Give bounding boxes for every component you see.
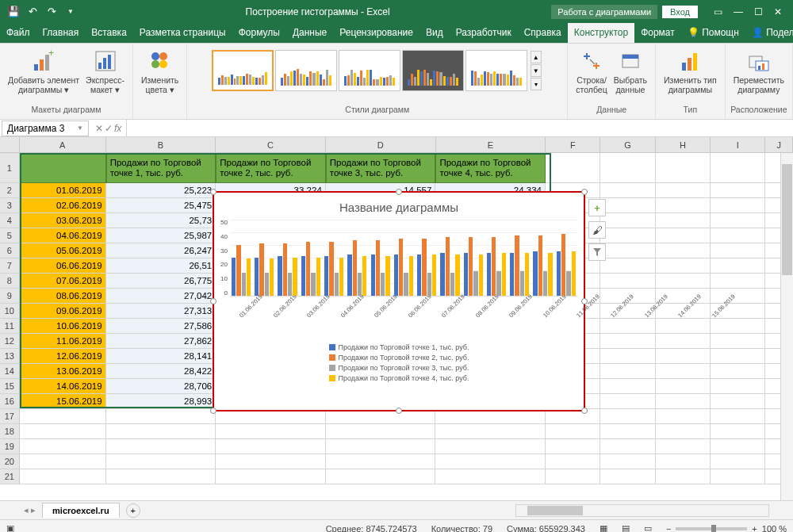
row-header[interactable]: 10: [0, 304, 20, 319]
column-header[interactable]: A: [20, 137, 106, 152]
tab-справка[interactable]: Справка: [518, 23, 568, 43]
date-cell[interactable]: 04.06.2019: [20, 228, 106, 243]
row-header[interactable]: 8: [0, 274, 20, 289]
row-header[interactable]: 18: [0, 424, 20, 439]
undo-icon[interactable]: ↶: [24, 3, 41, 21]
style-scroll-up[interactable]: ▲: [531, 51, 542, 63]
data-cell[interactable]: 28,422: [106, 364, 216, 379]
vertical-scrollbar[interactable]: [780, 153, 793, 500]
redo-icon[interactable]: ↷: [43, 3, 60, 21]
row-header[interactable]: 20: [0, 454, 20, 469]
date-cell[interactable]: 09.06.2019: [20, 304, 106, 319]
date-cell[interactable]: 05.06.2019: [20, 243, 106, 258]
tab-данные[interactable]: Данные: [286, 23, 333, 43]
chart-title[interactable]: Название диаграммы: [220, 201, 577, 214]
date-cell[interactable]: 10.06.2019: [20, 319, 106, 334]
tab-главная[interactable]: Главная: [36, 23, 86, 43]
data-cell[interactable]: 25,987: [106, 228, 216, 243]
date-cell[interactable]: 03.06.2019: [20, 213, 106, 228]
date-cell[interactable]: 06.06.2019: [20, 258, 106, 274]
save-icon[interactable]: 💾: [5, 3, 22, 21]
maximize-icon[interactable]: ☐: [754, 6, 763, 17]
data-cell[interactable]: 26,51: [106, 258, 216, 274]
row-header[interactable]: 21: [0, 469, 20, 484]
row-header[interactable]: 15: [0, 379, 20, 394]
column-header[interactable]: J: [765, 137, 793, 152]
date-cell[interactable]: 08.06.2019: [20, 289, 106, 304]
row-header[interactable]: 4: [0, 213, 20, 228]
tab-разработчик[interactable]: Разработчик: [450, 23, 518, 43]
table-header[interactable]: Продажи по Торговой точке 1, тыс. руб.: [106, 153, 216, 183]
row-header[interactable]: 5: [0, 228, 20, 243]
formula-input[interactable]: [126, 120, 793, 136]
chart-elements-button[interactable]: +: [588, 199, 606, 216]
tab-файл[interactable]: Файл: [0, 23, 36, 43]
select-data-button[interactable]: Выбрать данные: [611, 47, 650, 96]
chart-filter-button[interactable]: [588, 243, 606, 261]
cancel-formula-icon[interactable]: ✕: [95, 123, 103, 134]
date-cell[interactable]: 15.06.2019: [20, 394, 106, 409]
enter-formula-icon[interactable]: ✓: [105, 123, 113, 134]
tab-вставка[interactable]: Вставка: [85, 23, 133, 43]
chart-legend[interactable]: Продажи по Торговой точке 1, тыс. руб.Пр…: [220, 343, 577, 382]
column-header[interactable]: F: [546, 137, 600, 152]
chart-plot-area[interactable]: [230, 219, 577, 297]
ribbon-options-icon[interactable]: ▭: [714, 6, 722, 17]
row-header[interactable]: 14: [0, 364, 20, 379]
column-header[interactable]: B: [106, 137, 216, 152]
chart-style-1[interactable]: [212, 50, 274, 91]
style-more[interactable]: ▾: [531, 78, 542, 90]
column-header[interactable]: H: [656, 137, 711, 152]
column-header[interactable]: E: [436, 137, 546, 152]
row-header[interactable]: 7: [0, 258, 20, 274]
view-normal-icon[interactable]: ▦: [600, 523, 607, 532]
tab-разметка страницы[interactable]: Разметка страницы: [133, 23, 232, 43]
data-cell[interactable]: 25,475: [106, 198, 216, 213]
view-break-icon[interactable]: ▭: [644, 523, 652, 532]
data-cell[interactable]: 28,706: [106, 379, 216, 394]
date-cell[interactable]: 01.06.2019: [20, 183, 106, 198]
table-header[interactable]: Продажи по Торговой точке 3, тыс. руб.: [326, 153, 436, 183]
change-chart-type-button[interactable]: Изменить тип диаграммы: [661, 47, 720, 96]
row-header[interactable]: 13: [0, 349, 20, 364]
minimize-icon[interactable]: —: [734, 6, 743, 17]
table-header[interactable]: Продажи по Торговой точке 2, тыс. руб.: [216, 153, 326, 183]
column-header[interactable]: D: [326, 137, 436, 152]
data-cell[interactable]: 26,775: [106, 274, 216, 289]
data-cell[interactable]: 27,862: [106, 334, 216, 349]
row-header[interactable]: 16: [0, 394, 20, 409]
tab-формулы[interactable]: Формулы: [232, 23, 286, 43]
add-chart-element-button[interactable]: +Добавить элемент диаграммы ▾: [5, 47, 82, 96]
chart-style-2[interactable]: [275, 50, 337, 91]
data-cell[interactable]: 27,313: [106, 304, 216, 319]
add-sheet-button[interactable]: +: [126, 503, 140, 518]
date-cell[interactable]: 14.06.2019: [20, 379, 106, 394]
date-cell[interactable]: 07.06.2019: [20, 274, 106, 289]
date-cell[interactable]: 13.06.2019: [20, 364, 106, 379]
switch-row-col-button[interactable]: Строка/ столбец: [573, 47, 610, 96]
date-cell[interactable]: 12.06.2019: [20, 349, 106, 364]
embedded-chart[interactable]: Название диаграммы 50403020100 01.06.201…: [213, 191, 585, 411]
horizontal-scrollbar[interactable]: [515, 504, 769, 517]
view-page-icon[interactable]: ▤: [622, 523, 630, 532]
spreadsheet-grid[interactable]: ABCDEFGHIJ 1Продажи по Торговой точке 1,…: [0, 137, 793, 500]
row-header[interactable]: 6: [0, 243, 20, 258]
chart-style-5[interactable]: [465, 50, 527, 91]
chart-style-4[interactable]: [402, 50, 464, 91]
row-header[interactable]: 11: [0, 319, 20, 334]
share-tab[interactable]: 👤 Поделиться: [745, 23, 793, 43]
row-header[interactable]: 3: [0, 198, 20, 213]
tab-конструктор[interactable]: Конструктор: [568, 23, 634, 43]
chart-styles-button[interactable]: 🖌: [588, 221, 606, 239]
column-header[interactable]: C: [216, 137, 326, 152]
style-scroll-down[interactable]: ▼: [531, 64, 542, 77]
close-icon[interactable]: ✕: [774, 6, 782, 17]
date-cell[interactable]: 11.06.2019: [20, 334, 106, 349]
table-header[interactable]: Продажи по Торговой точке 4, тыс. руб.: [435, 153, 546, 183]
quick-layout-button[interactable]: Экспресс- макет ▾: [82, 47, 128, 96]
row-header[interactable]: 2: [0, 183, 20, 198]
data-cell[interactable]: 26,247: [106, 243, 216, 258]
row-header[interactable]: 17: [0, 409, 20, 424]
column-header[interactable]: G: [600, 137, 655, 152]
record-macro-icon[interactable]: ▣: [6, 523, 14, 532]
